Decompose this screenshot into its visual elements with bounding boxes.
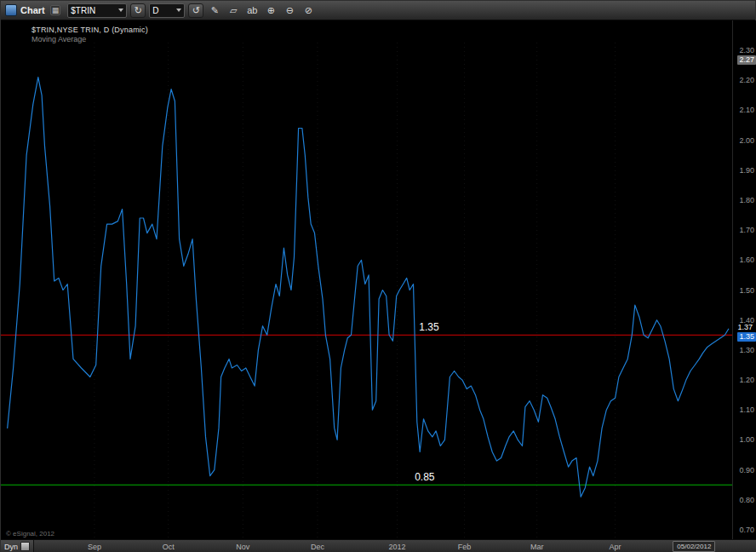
time-axis-label: 2012 — [389, 543, 406, 551]
dyn-mode-button[interactable]: Dyn — [1, 540, 34, 552]
price-tick-label: 2.30 — [739, 47, 754, 55]
window-title: Chart — [20, 5, 45, 15]
price-tick-label: 1.90 — [739, 167, 754, 175]
draw-pencil-button[interactable]: ✎ — [207, 3, 222, 18]
pencil-icon: ✎ — [211, 4, 219, 17]
price-tick-label: 0.90 — [739, 467, 754, 474]
text-tool-button[interactable]: ab — [244, 3, 260, 18]
marker-price-badge: 2.27 — [737, 55, 756, 65]
price-chart-svg: 1.350.85 — [1, 20, 732, 540]
price-tick-label: 0.80 — [739, 497, 754, 504]
price-tick-label: 1.50 — [739, 287, 754, 295]
price-tick-label: 1.10 — [739, 406, 754, 414]
chart-window-icon — [5, 4, 17, 16]
undo-zoom-icon: ↺ — [192, 4, 200, 17]
layout-grid-icon[interactable]: ▦ — [50, 5, 61, 15]
price-marker-label: 1.37 — [736, 323, 754, 332]
copyright-text: © eSignal, 2012 — [6, 530, 54, 538]
price-series-line — [8, 78, 729, 497]
time-axis-label: Dec — [311, 543, 324, 551]
time-axis-label: Oct — [163, 543, 175, 551]
level-label: 0.85 — [415, 471, 435, 483]
link-button[interactable]: ⊘ — [301, 3, 316, 18]
price-tick-label: 1.00 — [739, 436, 754, 444]
time-axis-label: Apr — [610, 543, 621, 551]
chart-window: Chart ▦ $TRIN ↻ D ↺ ✎ ▱ ab ⊕ ⊖ — [0, 0, 756, 552]
price-tick-label: 1.30 — [739, 347, 754, 354]
undo-zoom-button[interactable]: ↺ — [188, 3, 203, 18]
price-tick-label: 1.70 — [739, 227, 754, 234]
zoom-out-icon: ⊖ — [286, 4, 294, 17]
zoom-in-button[interactable]: ⊕ — [263, 3, 278, 18]
chart-title: $TRIN,NYSE TRIN, D (Dynamic) — [32, 26, 148, 34]
refresh-icon: ↻ — [135, 4, 142, 17]
toolbar: Chart ▦ $TRIN ↻ D ↺ ✎ ▱ ab ⊕ ⊖ — [1, 1, 755, 20]
time-axis-label: Mar — [530, 543, 544, 551]
link-icon: ⊘ — [305, 4, 312, 17]
price-tick-label: 2.20 — [739, 77, 754, 84]
symbol-input[interactable]: $TRIN — [67, 3, 127, 18]
zoom-out-button[interactable]: ⊖ — [282, 3, 297, 18]
chart-plot-area[interactable]: 1.350.85 — [1, 20, 732, 540]
text-tool-icon: ab — [247, 4, 257, 17]
interval-dropdown[interactable]: D — [149, 3, 185, 18]
dyn-mode-label: Dyn — [4, 543, 18, 551]
time-axis[interactable]: Dyn 05/02/2012 SepOctNovDec2012FebMarApr — [1, 539, 756, 552]
price-tick-label: 1.80 — [739, 197, 754, 204]
time-axis-label: Feb — [458, 543, 472, 551]
interval-value: D — [152, 6, 158, 15]
zoom-in-icon: ⊕ — [267, 4, 275, 17]
last-price-badge: 1.35 — [737, 332, 756, 342]
symbol-value: $TRIN — [71, 6, 95, 15]
price-axis[interactable]: 2.302.202.102.001.901.801.701.601.501.40… — [732, 20, 756, 540]
price-tick-label: 2.00 — [739, 137, 754, 145]
refresh-button[interactable]: ↻ — [130, 3, 146, 18]
level-label: 1.35 — [419, 321, 439, 333]
chart-subtitle: Moving Average — [32, 35, 86, 43]
symbol-dropdown-arrow-icon[interactable] — [118, 9, 123, 12]
price-tick-label: 0.70 — [739, 526, 754, 534]
price-tick-label: 1.20 — [739, 377, 754, 384]
price-tick-label: 1.60 — [739, 256, 754, 264]
time-axis-label: Nov — [236, 543, 249, 551]
last-date-badge[interactable]: 05/02/2012 — [673, 541, 715, 552]
eraser-button[interactable]: ▱ — [226, 3, 241, 18]
time-axis-label: Sep — [88, 543, 101, 551]
dyn-mode-icon — [20, 542, 30, 551]
chart-main: 1.350.85 $TRIN,NYSE TRIN, D (Dynamic) Mo… — [1, 20, 756, 540]
eraser-icon: ▱ — [230, 4, 237, 17]
interval-dropdown-arrow-icon[interactable] — [176, 9, 181, 12]
price-tick-label: 2.10 — [739, 106, 754, 114]
